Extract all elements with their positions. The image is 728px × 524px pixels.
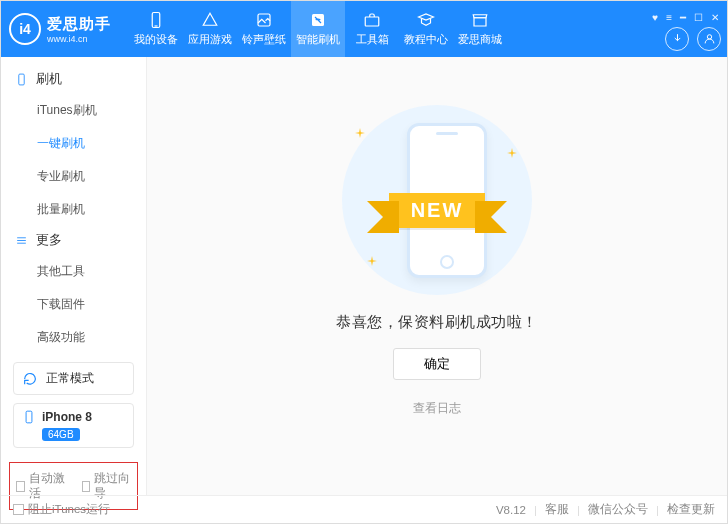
sidebar-item-advanced[interactable]: 高级功能 xyxy=(1,321,146,354)
toolbox-icon xyxy=(363,11,381,29)
sidebar-item-other-tools[interactable]: 其他工具 xyxy=(1,255,146,288)
main-content: NEW 恭喜您，保资料刷机成功啦！ 确定 查看日志 xyxy=(147,57,727,495)
top-nav: 我的设备 应用游戏 铃声壁纸 智能刷机 工具箱 教程中心 xyxy=(129,1,507,57)
nav-flash[interactable]: 智能刷机 xyxy=(291,1,345,57)
sidebar-item-itunes-flash[interactable]: iTunes刷机 xyxy=(1,94,146,127)
svg-rect-10 xyxy=(26,411,32,423)
app-window: i4 爱思助手 www.i4.cn 我的设备 应用游戏 铃声壁纸 智能刷机 xyxy=(0,0,728,524)
logo-mark-icon: i4 xyxy=(9,13,41,45)
svg-rect-2 xyxy=(258,14,270,26)
flash-icon xyxy=(309,11,327,29)
sidebar-group-more[interactable]: 更多 xyxy=(1,226,146,255)
menu-lines-icon xyxy=(15,234,28,247)
apps-icon xyxy=(201,11,219,29)
statusbar: 阻止iTunes运行 V8.12 | 客服 | 微信公众号 | 检查更新 xyxy=(1,495,727,523)
confirm-button[interactable]: 确定 xyxy=(393,348,481,380)
sparkle-icon xyxy=(355,127,365,137)
wallpaper-icon xyxy=(255,11,273,29)
nav-tutorials[interactable]: 教程中心 xyxy=(399,1,453,57)
sparkle-icon xyxy=(367,255,377,265)
nav-apps[interactable]: 应用游戏 xyxy=(183,1,237,57)
store-icon xyxy=(471,11,489,29)
menu-icon[interactable]: ≡ xyxy=(666,12,672,23)
phone-small-icon xyxy=(22,410,36,424)
phone-icon xyxy=(147,11,165,29)
support-link[interactable]: 客服 xyxy=(545,502,569,517)
refresh-icon xyxy=(22,371,38,387)
sidebar-item-download-firmware[interactable]: 下载固件 xyxy=(1,288,146,321)
device-name: iPhone 8 xyxy=(42,410,92,424)
view-log-link[interactable]: 查看日志 xyxy=(413,400,461,417)
titlebar: i4 爱思助手 www.i4.cn 我的设备 应用游戏 铃声壁纸 智能刷机 xyxy=(1,1,727,57)
sidebar-item-oneclick-flash[interactable]: 一键刷机 xyxy=(1,127,146,160)
sidebar-item-batch-flash[interactable]: 批量刷机 xyxy=(1,193,146,226)
nav-label: 我的设备 xyxy=(134,32,178,47)
nav-ringtones[interactable]: 铃声壁纸 xyxy=(237,1,291,57)
success-illustration: NEW xyxy=(327,105,547,295)
sidebar: 刷机 iTunes刷机 一键刷机 专业刷机 批量刷机 更多 其他工具 下载固件 … xyxy=(1,57,147,495)
close-icon[interactable]: ✕ xyxy=(711,12,719,23)
checkbox-label: 阻止iTunes运行 xyxy=(28,502,110,517)
svg-rect-0 xyxy=(152,13,160,28)
nav-label: 工具箱 xyxy=(356,32,389,47)
nav-label: 爱思商城 xyxy=(458,32,502,47)
mode-label: 正常模式 xyxy=(46,370,94,387)
brand-title: 爱思助手 xyxy=(47,15,111,34)
new-ribbon: NEW xyxy=(389,193,486,228)
device-card[interactable]: iPhone 8 64GB xyxy=(13,403,134,448)
sidebar-group-title: 更多 xyxy=(36,232,62,249)
nav-label: 应用游戏 xyxy=(188,32,232,47)
download-button[interactable] xyxy=(665,27,689,51)
device-icon xyxy=(15,73,28,86)
wechat-link[interactable]: 微信公众号 xyxy=(588,502,648,517)
maximize-icon[interactable]: ☐ xyxy=(694,12,703,23)
window-controls: ♥ ≡ ━ ☐ ✕ xyxy=(652,12,719,23)
nav-toolbox[interactable]: 工具箱 xyxy=(345,1,399,57)
settings-icon[interactable]: ♥ xyxy=(652,12,658,23)
nav-label: 铃声壁纸 xyxy=(242,32,286,47)
sparkle-icon xyxy=(507,147,517,157)
nav-label: 智能刷机 xyxy=(296,32,340,47)
success-message: 恭喜您，保资料刷机成功啦！ xyxy=(336,313,538,332)
tutorial-icon xyxy=(417,11,435,29)
brand-site: www.i4.cn xyxy=(47,34,111,44)
logo: i4 爱思助手 www.i4.cn xyxy=(9,13,111,45)
account-button[interactable] xyxy=(697,27,721,51)
nav-label: 教程中心 xyxy=(404,32,448,47)
svg-point-5 xyxy=(707,35,711,39)
block-itunes-checkbox[interactable]: 阻止iTunes运行 xyxy=(13,502,110,517)
svg-rect-4 xyxy=(365,17,379,26)
version-label: V8.12 xyxy=(496,504,526,516)
body: 刷机 iTunes刷机 一键刷机 专业刷机 批量刷机 更多 其他工具 下载固件 … xyxy=(1,57,727,495)
sidebar-item-pro-flash[interactable]: 专业刷机 xyxy=(1,160,146,193)
minimize-icon[interactable]: ━ xyxy=(680,12,686,23)
device-capacity-badge: 64GB xyxy=(42,428,80,441)
check-update-link[interactable]: 检查更新 xyxy=(667,502,715,517)
sidebar-group-flash[interactable]: 刷机 xyxy=(1,65,146,94)
nav-my-device[interactable]: 我的设备 xyxy=(129,1,183,57)
nav-store[interactable]: 爱思商城 xyxy=(453,1,507,57)
sidebar-group-title: 刷机 xyxy=(36,71,62,88)
mode-selector[interactable]: 正常模式 xyxy=(13,362,134,395)
svg-rect-6 xyxy=(19,74,24,85)
